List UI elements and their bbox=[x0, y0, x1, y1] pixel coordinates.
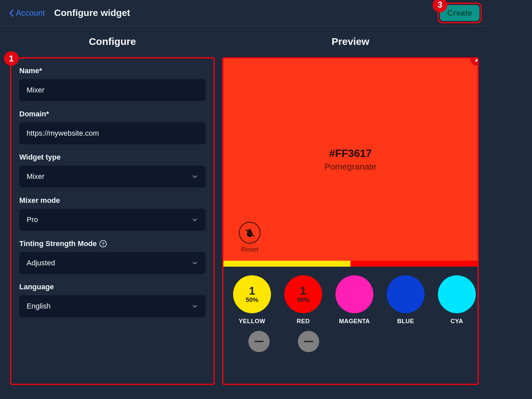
decrement-red-button[interactable] bbox=[298, 331, 319, 352]
swatch-circle-cya[interactable] bbox=[438, 275, 476, 313]
domain-input[interactable] bbox=[19, 122, 205, 144]
chevron-down-icon bbox=[192, 260, 198, 266]
swatch-percent: 50% bbox=[297, 296, 310, 304]
swatch-yellow: 150%YELLOW bbox=[231, 275, 273, 325]
chevron-down-icon bbox=[192, 173, 198, 180]
swatch-cya: CYA bbox=[436, 275, 477, 325]
name-input[interactable] bbox=[19, 79, 205, 101]
preview-heading: Preview bbox=[222, 36, 479, 47]
page-title: Configure widget bbox=[54, 8, 130, 18]
help-icon[interactable]: ? bbox=[99, 240, 107, 247]
language-select[interactable]: English bbox=[19, 295, 205, 317]
swatch-circle-blue[interactable] bbox=[387, 275, 425, 313]
swatch-circle-magenta[interactable] bbox=[335, 275, 373, 313]
swatch-strip[interactable]: 150%YELLOW150%REDMAGENTABLUECYA bbox=[223, 267, 477, 325]
widget-type-label: Widget type bbox=[19, 153, 205, 162]
swatch-circle-yellow[interactable]: 150% bbox=[233, 275, 271, 313]
swatch-label: BLUE bbox=[397, 318, 414, 325]
mixer-mode-select[interactable]: Pro bbox=[19, 209, 205, 231]
minus-icon bbox=[304, 341, 313, 342]
preview-hero: #FF3617 Pomegranate Reset bbox=[223, 59, 477, 261]
chevron-down-icon bbox=[192, 216, 198, 223]
swatch-blue: BLUE bbox=[385, 275, 426, 325]
swatch-count: 1 bbox=[249, 285, 255, 296]
back-label: Account bbox=[16, 8, 45, 18]
droplet-off-icon bbox=[244, 227, 255, 238]
back-to-account-link[interactable]: Account bbox=[9, 8, 45, 18]
language-label: Language bbox=[19, 283, 205, 291]
reset-button[interactable]: Reset bbox=[239, 222, 261, 253]
mix-segment-yellow bbox=[223, 261, 350, 267]
chevron-left-icon bbox=[9, 9, 14, 17]
mixer-mode-label: Mixer mode bbox=[19, 196, 205, 205]
mixer-mode-value: Pro bbox=[27, 215, 38, 224]
swatch-label: YELLOW bbox=[239, 318, 265, 325]
widget-type-select[interactable]: Mixer bbox=[19, 166, 205, 188]
configure-panel: 1 Name* Domain* Widget type Mixer bbox=[10, 57, 215, 385]
preview-hex: #FF3617 bbox=[329, 147, 372, 160]
mix-ratio-bar bbox=[223, 261, 477, 267]
tint-mode-label: Tinting Strength Mode ? bbox=[19, 239, 205, 248]
reset-label: Reset bbox=[241, 246, 258, 253]
minus-icon bbox=[254, 341, 264, 342]
swatch-circle-red[interactable]: 150% bbox=[284, 275, 322, 313]
mix-segment-red bbox=[350, 261, 477, 267]
preview-panel: 2 #FF3617 Pomegranate bbox=[222, 57, 479, 385]
tint-mode-value: Adjusted bbox=[27, 259, 55, 267]
chevron-down-icon bbox=[192, 303, 198, 310]
swatch-count: 1 bbox=[300, 285, 307, 296]
decrement-yellow-button[interactable] bbox=[248, 331, 270, 352]
domain-label: Domain* bbox=[19, 110, 205, 118]
swatch-label: CYA bbox=[451, 318, 463, 325]
widget-type-value: Mixer bbox=[27, 172, 45, 181]
annotation-badge-1: 1 bbox=[4, 51, 19, 66]
name-label: Name* bbox=[19, 66, 205, 75]
swatch-label: MAGENTA bbox=[339, 318, 370, 325]
tint-mode-select[interactable]: Adjusted bbox=[19, 252, 205, 274]
tint-mode-label-text: Tinting Strength Mode bbox=[19, 239, 97, 248]
configure-heading: Configure bbox=[10, 36, 215, 47]
swatch-magenta: MAGENTA bbox=[334, 275, 375, 325]
swatch-red: 150%RED bbox=[283, 275, 324, 325]
swatch-percent: 50% bbox=[246, 296, 258, 304]
language-value: English bbox=[27, 302, 51, 311]
preview-color-name: Pomegranate bbox=[325, 162, 376, 172]
swatch-label: RED bbox=[297, 318, 310, 325]
